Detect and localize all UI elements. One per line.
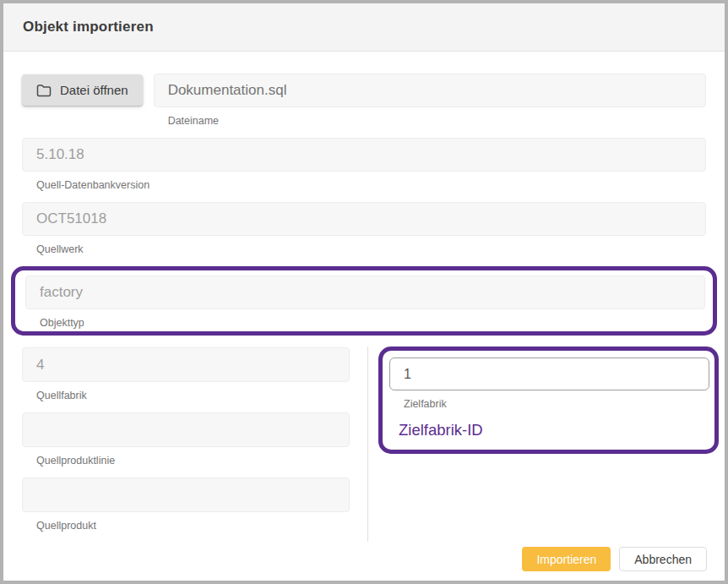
objekttyp-label: Objekttyp bbox=[40, 317, 705, 329]
dialog-content: Datei öffnen Dateiname Quell-Datenbankve… bbox=[3, 52, 725, 547]
zielfabrik-id-annotation-text: Zielfabrik-ID bbox=[399, 421, 709, 439]
folder-icon bbox=[36, 84, 52, 97]
dialog-footer: Importieren Abbrechen bbox=[3, 547, 725, 581]
quellwerk-label: Quellwerk bbox=[36, 243, 706, 255]
file-row: Datei öffnen Dateiname bbox=[22, 74, 706, 127]
zielfabrik-input[interactable] bbox=[389, 357, 709, 390]
target-column: Zielfabrik Zielfabrik-ID bbox=[378, 347, 719, 454]
quellproduktlinie-label: Quellproduktlinie bbox=[36, 455, 350, 467]
quell-datenbankversion-group: Quell-Datenbankversion bbox=[22, 138, 706, 191]
zielfabrik-label: Zielfabrik bbox=[404, 398, 709, 410]
quellfabrik-group: Quellfabrik bbox=[22, 347, 350, 401]
dialog-title: Objekt importieren bbox=[23, 19, 154, 35]
quellprodukt-input[interactable] bbox=[22, 478, 350, 512]
column-divider bbox=[367, 347, 368, 542]
dialog-header: Objekt importieren bbox=[3, 3, 725, 52]
quellproduktlinie-group: Quellproduktlinie bbox=[22, 412, 350, 467]
objekttyp-input[interactable] bbox=[25, 276, 705, 309]
source-column: Quellfabrik Quellproduktlinie Quellprodu… bbox=[22, 347, 350, 532]
objekttyp-highlight-annotation: Objekttyp bbox=[11, 266, 717, 336]
columns-section: Quellfabrik Quellproduktlinie Quellprodu… bbox=[22, 347, 706, 542]
quellwerk-input[interactable] bbox=[22, 202, 706, 236]
filename-input[interactable] bbox=[154, 74, 706, 107]
zielfabrik-highlight-annotation: Zielfabrik Zielfabrik-ID bbox=[378, 347, 719, 454]
open-file-button-label: Datei öffnen bbox=[60, 83, 128, 97]
quellfabrik-input[interactable] bbox=[22, 347, 350, 382]
cancel-button[interactable]: Abbrechen bbox=[619, 547, 707, 571]
open-file-button[interactable]: Datei öffnen bbox=[22, 74, 143, 106]
import-button[interactable]: Importieren bbox=[522, 547, 611, 571]
quellprodukt-label: Quellprodukt bbox=[36, 520, 350, 532]
filename-label: Dateiname bbox=[168, 115, 706, 127]
quell-datenbankversion-label: Quell-Datenbankversion bbox=[36, 179, 706, 191]
quellwerk-group: Quellwerk bbox=[22, 202, 706, 255]
quellprodukt-group: Quellprodukt bbox=[22, 478, 350, 532]
quellfabrik-label: Quellfabrik bbox=[36, 390, 350, 401]
quellproduktlinie-input[interactable] bbox=[22, 412, 350, 447]
quell-datenbankversion-input[interactable] bbox=[22, 138, 706, 172]
